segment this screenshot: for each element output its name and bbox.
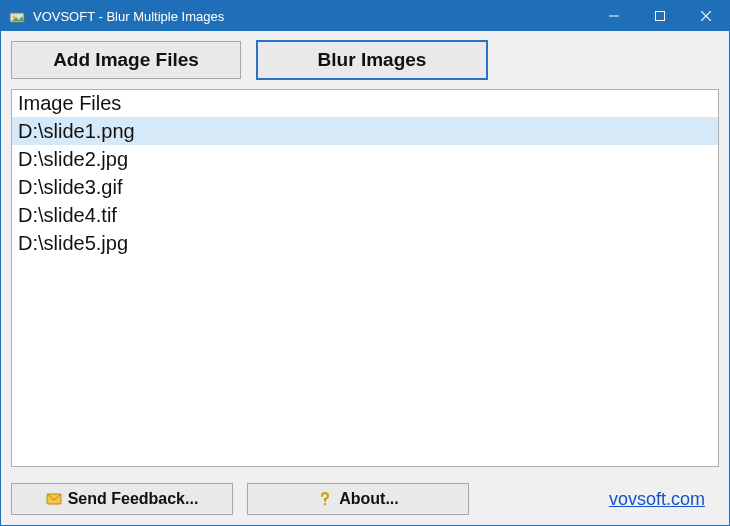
about-button[interactable]: About... [247, 483, 469, 515]
blur-images-button[interactable]: Blur Images [257, 41, 487, 79]
image-files-panel: Image Files D:\slide1.pngD:\slide2.jpgD:… [11, 89, 719, 467]
list-item[interactable]: D:\slide2.jpg [12, 145, 718, 173]
list-item[interactable]: D:\slide1.png [12, 117, 718, 145]
toolbar: Add Image Files Blur Images [1, 31, 729, 85]
maximize-button[interactable] [637, 1, 683, 31]
envelope-icon [46, 491, 62, 507]
list-item[interactable]: D:\slide5.jpg [12, 229, 718, 257]
about-label: About... [339, 490, 399, 508]
image-files-list[interactable]: D:\slide1.pngD:\slide2.jpgD:\slide3.gifD… [12, 117, 718, 466]
list-item[interactable]: D:\slide4.tif [12, 201, 718, 229]
close-button[interactable] [683, 1, 729, 31]
vovsoft-link[interactable]: vovsoft.com [609, 489, 705, 510]
send-feedback-label: Send Feedback... [68, 490, 199, 508]
window-controls [591, 1, 729, 31]
question-icon [317, 491, 333, 507]
list-item[interactable]: D:\slide3.gif [12, 173, 718, 201]
add-image-files-button[interactable]: Add Image Files [11, 41, 241, 79]
send-feedback-button[interactable]: Send Feedback... [11, 483, 233, 515]
image-files-header: Image Files [12, 90, 718, 117]
window-title: VOVSOFT - Blur Multiple Images [33, 9, 591, 24]
svg-rect-2 [656, 12, 665, 21]
bottombar: Send Feedback... About... vovsoft.com [1, 475, 729, 525]
app-window: VOVSOFT - Blur Multiple Images Add Image… [0, 0, 730, 526]
app-icon [9, 8, 25, 24]
titlebar: VOVSOFT - Blur Multiple Images [1, 1, 729, 31]
svg-point-4 [324, 503, 326, 505]
minimize-button[interactable] [591, 1, 637, 31]
svg-point-1 [13, 16, 16, 19]
